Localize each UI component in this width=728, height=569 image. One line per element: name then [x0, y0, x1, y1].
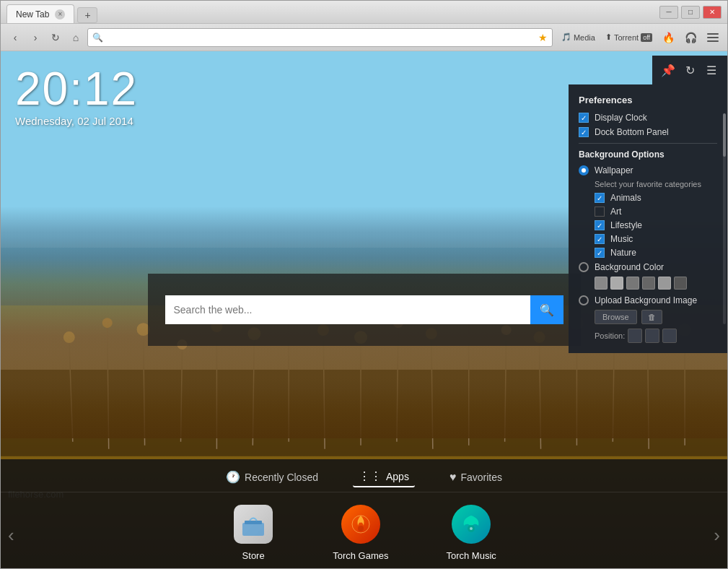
swatch-2[interactable] [610, 277, 623, 290]
panel-menu-button[interactable]: ☰ [701, 60, 722, 80]
content-area: 20:12 Wednesday, 02 Jul 2014 📌 ↻ ☰ Prefe… [1, 51, 727, 568]
torch-logo-button[interactable]: 🔥 [659, 30, 677, 45]
maximize-button[interactable]: □ [681, 6, 700, 19]
favorites-icon: ♥ [449, 471, 457, 484]
radio-dot [582, 168, 586, 173]
new-tab-button[interactable]: + [77, 7, 97, 23]
scroll-indicator [723, 113, 726, 324]
menu-button[interactable] [704, 29, 722, 46]
music-row[interactable]: ✓ Music [595, 234, 717, 244]
back-button[interactable]: ‹ [6, 29, 24, 46]
tab-close-btn[interactable]: × [55, 9, 65, 19]
swatch-4[interactable] [642, 277, 655, 290]
art-checkbox[interactable] [595, 207, 605, 217]
dock-bottom-row[interactable]: ✓ Dock Bottom Panel [579, 127, 717, 137]
category-checkboxes: ✓ Animals Art ✓ Lifestyle ✓ Music ✓ N [595, 193, 717, 258]
swatch-1[interactable] [595, 277, 608, 290]
torch-music-app[interactable]: Torch Music [446, 503, 496, 561]
clock-date: Wednesday, 02 Jul 2014 [15, 115, 138, 127]
bg-color-radio[interactable] [579, 262, 589, 272]
home-button[interactable]: ⌂ [67, 29, 84, 46]
nature-row[interactable]: ✓ Nature [595, 248, 717, 258]
title-bar: New Tab × + ─ □ ✕ [1, 1, 727, 24]
swatch-3[interactable] [626, 277, 639, 290]
display-clock-checkbox[interactable]: ✓ [579, 113, 589, 123]
apps-prev-button[interactable]: ‹ [8, 524, 14, 547]
upload-bg-row[interactable]: Upload Background Image [579, 295, 717, 305]
browse-button[interactable]: Browse [595, 310, 637, 324]
position-btn-2[interactable] [645, 329, 659, 343]
art-row[interactable]: Art [595, 207, 717, 217]
menu-line-2 [707, 37, 719, 38]
search-button[interactable]: 🔍 [530, 295, 563, 324]
headphone-button[interactable]: 🎧 [682, 30, 700, 45]
recently-closed-label: Recently Closed [245, 472, 318, 483]
toolbar-buttons: 🎵 Media ⬆ Torrent off 🔥 🎧 [558, 29, 722, 46]
address-bar[interactable]: 🔍 ★ [87, 28, 553, 47]
torch-games-app[interactable]: Torch Games [333, 503, 388, 561]
favorites-tab[interactable]: ♥ Favorites [444, 468, 508, 487]
refresh-panel-button[interactable]: ↻ [680, 60, 700, 80]
preferences-panel: Preferences ✓ Display Clock ✓ Dock Botto… [569, 84, 727, 353]
upload-bg-label: Upload Background Image [595, 295, 697, 305]
swatch-6[interactable] [674, 277, 687, 290]
favorites-label: Favorites [460, 472, 502, 483]
window-controls: ─ □ ✕ [659, 6, 722, 19]
divider-1 [579, 143, 717, 144]
search-icon: 🔍 [92, 32, 103, 43]
nature-checkbox[interactable]: ✓ [595, 248, 605, 258]
bookmark-star-icon[interactable]: ★ [538, 32, 548, 43]
torch-music-icon [449, 503, 493, 546]
media-button[interactable]: 🎵 Media [558, 31, 598, 43]
apps-next-button[interactable]: › [714, 524, 720, 547]
position-btn-3[interactable] [662, 329, 677, 343]
media-icon: 🎵 [561, 32, 571, 42]
position-label: Position: [595, 331, 625, 340]
torrent-icon: ⬆ [605, 32, 612, 42]
active-tab[interactable]: New Tab × [6, 4, 74, 23]
menu-line-1 [707, 33, 719, 35]
lifestyle-row[interactable]: ✓ Lifestyle [595, 220, 717, 230]
torrent-label: Torrent [614, 33, 639, 42]
position-btn-1[interactable] [628, 329, 642, 343]
store-app[interactable]: Store [232, 503, 275, 561]
store-icon-img [234, 505, 273, 544]
torrent-badge: off [641, 33, 652, 42]
refresh-button[interactable]: ↻ [47, 29, 64, 46]
music-checkbox[interactable]: ✓ [595, 234, 605, 244]
close-button[interactable]: ✕ [703, 6, 722, 19]
torrent-button[interactable]: ⬆ Torrent off [602, 31, 655, 43]
pin-button[interactable]: 📌 [658, 60, 678, 80]
address-input[interactable] [106, 32, 535, 43]
animals-checkbox[interactable]: ✓ [595, 193, 605, 203]
search-input[interactable] [165, 295, 530, 324]
torch-games-label: Torch Games [333, 550, 388, 561]
menu-line-3 [707, 40, 719, 42]
delete-button[interactable]: 🗑 [641, 310, 662, 324]
swatch-5[interactable] [658, 277, 671, 290]
panel-controls: 📌 ↻ ☰ [652, 56, 727, 84]
apps-tab[interactable]: ⋮⋮ Apps [353, 466, 415, 487]
wallpaper-row[interactable]: Wallpaper [579, 165, 717, 175]
animals-row[interactable]: ✓ Animals [595, 193, 717, 203]
lifestyle-checkbox[interactable]: ✓ [595, 220, 605, 230]
wallpaper-radio[interactable] [579, 165, 589, 175]
recently-closed-icon: 🕐 [226, 470, 240, 484]
media-label: Media [574, 33, 595, 42]
torch-music-icon-img [452, 505, 491, 544]
color-swatches [595, 277, 717, 290]
torch-games-svg [349, 513, 372, 536]
search-bar: 🔍 [165, 295, 563, 324]
minimize-button[interactable]: ─ [659, 6, 678, 19]
wallpaper-label: Wallpaper [595, 165, 633, 175]
dock-bottom-checkbox[interactable]: ✓ [579, 127, 589, 137]
recently-closed-tab[interactable]: 🕐 Recently Closed [220, 467, 324, 487]
music-label: Music [610, 234, 633, 244]
forward-button[interactable]: › [27, 29, 44, 46]
upload-bg-radio[interactable] [579, 295, 589, 305]
display-clock-row[interactable]: ✓ Display Clock [579, 113, 717, 123]
tab-label: New Tab [16, 9, 49, 19]
apps-row: ‹ Store [1, 492, 727, 568]
browser-window: New Tab × + ─ □ ✕ ‹ › ↻ ⌂ 🔍 ★ 🎵 Media [0, 0, 728, 569]
bg-color-row[interactable]: Background Color [579, 262, 717, 272]
